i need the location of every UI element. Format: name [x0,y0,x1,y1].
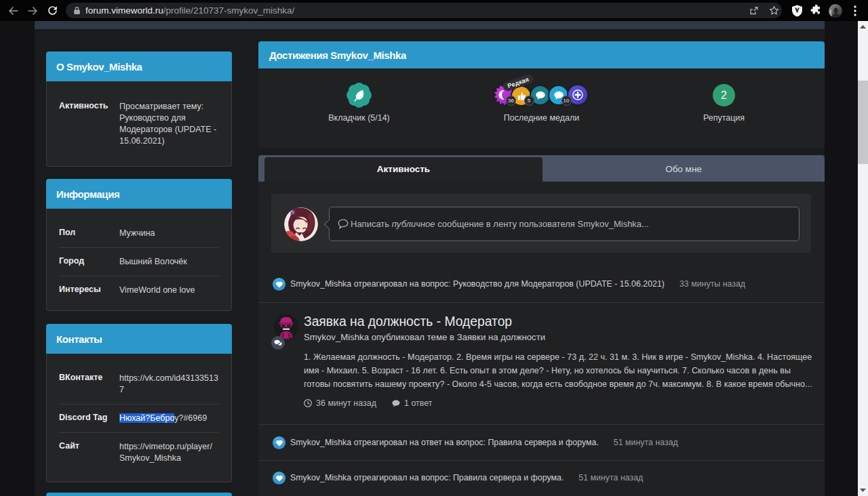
achievements-header: Достижения Smykov_Mishka [258,41,825,68]
back-button[interactable] [7,0,20,21]
status-placeholder: Написать публичное сообщение в ленту пол… [351,207,649,241]
bookmark-star-icon[interactable] [769,5,779,16]
browser-window: forum.vimeworld.ru/profile/210737-smykov… [0,0,868,496]
about-card-body: Активность Просматривает тему: Руководст… [46,81,232,167]
info-row-value: Мужчина [119,228,221,239]
kebab-menu-icon [854,5,856,16]
shield-extension-button[interactable] [790,0,804,21]
url-text: forum.vimeworld.ru/profile/210737-smykov… [85,5,294,16]
about-activity-value[interactable]: Просматривает тему: Руководство для Моде… [119,101,221,147]
page-scrollbar[interactable] [858,21,868,496]
info-row-value: VimeWorld one love [119,285,221,296]
feed-row-time: 51 минута назад [614,438,678,447]
feed-row-time: 33 минуты назад [679,279,745,289]
chat-bubbles-icon [274,339,282,347]
reaction-heart-badge [273,436,285,449]
reload-button[interactable] [45,0,60,21]
scroll-up-icon [860,25,866,28]
contacts-card-title: Контакты [56,333,102,345]
contacts-discord-value[interactable]: Нюхай?Беброу?#6969 [119,413,221,424]
content-wrapper: О Smykov_Mishka Активность Просматривает… [35,21,825,496]
browser-menu-button[interactable] [849,0,861,21]
contacts-discord-label: Discord Tag [59,413,107,422]
info-row-label: Интересы [59,285,101,294]
feed-row-text[interactable]: Smykov_Mishka отреагировал на ответ на в… [290,432,678,453]
profile-tabbar: Активность Обо мне [258,155,825,182]
status-input[interactable]: Написать публичное сообщение в ленту пол… [329,207,800,241]
contacts-card: Контакты ВКонтакте https://vk.com/id4313… [46,324,232,482]
contributor-badge-icon[interactable] [347,83,371,107]
reaction-heart-badge [273,278,285,291]
lock-icon [73,6,81,15]
medals-label: Последние медали [460,113,623,123]
user-avatar-image [284,207,318,241]
next-card-header [46,493,232,496]
info-card: Информация Пол Мужчина Город Вышний Воло… [46,179,232,311]
extensions-button[interactable] [809,0,823,21]
main-column: Достижения Smykov_Mishka Вкладчик (5/14) [258,21,825,496]
about-card-header: О Smykov_Mishka [46,51,232,81]
reaction-heart-badge [273,472,285,484]
post-title[interactable]: Заявка на должность - Модератор [304,314,512,329]
scroll-up-button[interactable] [858,21,868,33]
contacts-vk-label: ВКонтакте [59,373,102,382]
forward-button[interactable] [26,0,39,21]
contacts-site-link[interactable]: https://vimetop.ru/player/Smykov_Mishka [119,441,214,464]
feed-row-text[interactable]: Smykov_Mishka отреагировал на вопрос: Ру… [290,274,745,294]
contributor-achievement: Вкладчик (5/14) [258,68,460,148]
post-author-avatar[interactable] [274,314,298,339]
contacts-vk-link[interactable]: https://vk.com/id431335137 [119,373,220,396]
chat-bubble-icon [535,91,545,100]
post-body: 1. Желаемая должность - Модератор. 2. Вр… [304,350,819,391]
feed-divider [258,302,825,303]
profile-avatar[interactable] [828,0,843,21]
achievements-body: Вкладчик (5/14) Последние медали 36 [258,68,825,148]
about-activity-label: Активность [59,101,108,110]
medals-achievement: Последние медали [460,68,623,148]
feed-divider [258,424,825,425]
feed-row-time: 51 минута назад [578,473,643,482]
page-background: О Smykov_Mishka Активность Просматривает… [0,21,868,496]
forward-icon [26,5,39,17]
tab-activity[interactable]: Активность [264,157,542,182]
selected-text: Нюхай?Бебро [119,413,174,423]
medal-counter: 36 [506,96,516,106]
input-notch [324,220,334,229]
shield-icon [791,5,803,17]
clock-icon [304,399,312,407]
address-bar[interactable]: forum.vimeworld.ru/profile/210737-smykov… [66,3,782,18]
back-icon [7,5,20,17]
heart-icon [275,281,283,288]
medal-counter: 10 [561,96,572,106]
about-card-title: О Smykov_Mishka [56,61,142,73]
reply-bubble-icon [392,400,400,407]
scroll-down-icon [860,489,866,492]
post-subtitle: Smykov_Mishka опубликовал теме в Заявки … [304,332,545,342]
contributor-label[interactable]: Вкладчик (5/14) [258,113,460,123]
feed-row: Smykov_Mishka отреагировал на вопрос: Ру… [258,274,825,294]
info-card-header: Информация [46,179,232,209]
post-footer: 36 минут назад1 ответ [304,398,433,408]
scrollbar-thumb[interactable] [858,81,868,164]
profile-avatar-image [829,4,842,18]
feed-row-text[interactable]: Smykov_Mishka отреагировал на вопрос: Пр… [290,468,643,488]
contacts-site-label: Сайт [59,441,79,451]
medal-counter: 5 [524,96,534,106]
reputation-achievement: Репутация [623,68,825,148]
feed-row: Smykov_Mishka отреагировал на ответ на в… [258,432,825,453]
status-composer: Написать публичное сообщение в ленту пол… [271,194,811,253]
post-replies[interactable]: 1 ответ [404,398,433,408]
user-avatar[interactable] [284,207,318,241]
reputation-badge[interactable]: 2 [713,84,735,106]
unselected-text: у?#6969 [174,413,207,423]
browser-toolbar: forum.vimeworld.ru/profile/210737-smykov… [0,0,868,21]
heart-icon [275,440,283,447]
info-row-label: Пол [59,228,75,237]
scroll-down-button[interactable] [858,484,868,496]
plus-circle-icon [572,89,583,100]
tab-about[interactable]: Обо мне [542,157,825,182]
share-icon[interactable] [749,5,759,16]
post-time: 36 минут назад [316,398,376,408]
next-card [46,493,232,496]
leaf-icon [352,88,367,103]
